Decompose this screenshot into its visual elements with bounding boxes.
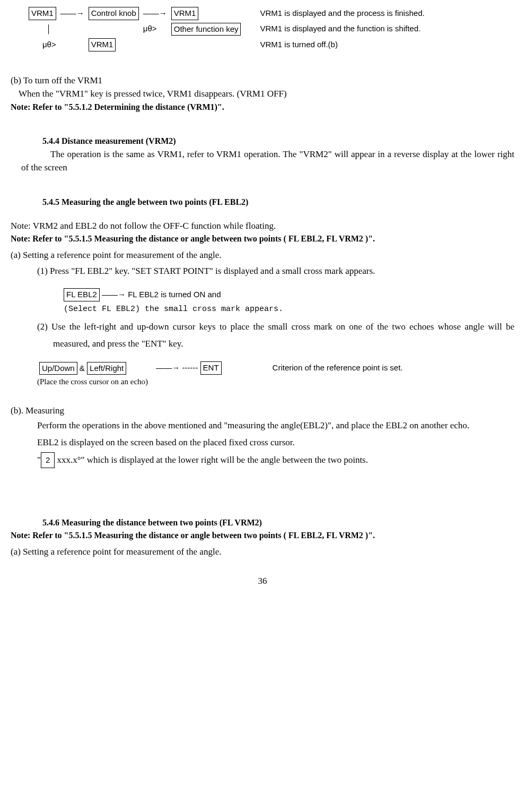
- flow-a1-sub: (Select FL EBL2) the small cross mark ap…: [64, 304, 514, 316]
- control-knob-key: Control knob: [89, 7, 139, 20]
- step-546-a: (a) Setting a reference point for measur…: [11, 545, 514, 559]
- b-line-3: "2 xxx.x°" which is displayed at the low…: [37, 452, 514, 469]
- flow-desc-3: VRM1 is turned off.(b): [258, 37, 426, 53]
- flow-desc-1: VRM1 is displayed and the process is fin…: [258, 5, 426, 21]
- b-line-2: EBL2 is displayed on the screen based on…: [37, 434, 514, 451]
- flow-a1: FL EBL2 ——→ FL EBL2 is turned ON and (Se…: [64, 288, 514, 315]
- amp: &: [77, 364, 87, 373]
- vrm1-key-3: VRM1: [89, 38, 116, 51]
- pipe: │: [47, 24, 51, 33]
- vrm1-key: VRM1: [29, 7, 56, 20]
- section-b-title: (b) To turn off the VRM1: [11, 74, 514, 88]
- heading-546: 5.4.6 Measuring the distance between two…: [42, 516, 514, 529]
- heading-544: 5.4.4 Distance measurement (VRM2): [42, 135, 514, 148]
- updown-key: Up/Down: [39, 362, 77, 375]
- flow-a1-text: ——→ FL EBL2 is turned ON and: [100, 290, 221, 299]
- mu-theta: μθ>: [141, 21, 169, 37]
- step-a: (a) Setting a reference point for measur…: [11, 248, 514, 262]
- flow-a2: Up/Down & Left/Right ——→ ------ ENT Crit…: [37, 360, 514, 388]
- heading-545: 5.4.5 Measuring the angle between two po…: [42, 196, 514, 209]
- arrow: ——→: [58, 5, 86, 21]
- mu-theta-2: μθ>: [27, 37, 58, 53]
- b-line-1: Perform the operations in the above ment…: [37, 417, 514, 434]
- note-1: Note: Refer to "5.5.1.2 Determining the …: [11, 101, 514, 114]
- fl-ebl2-key: FL EBL2: [64, 288, 100, 301]
- arrow: ——→: [141, 5, 169, 21]
- note-3: Note: Refer to "5.5.1.5 Measuring the di…: [41, 529, 514, 542]
- boxed-2: 2: [41, 452, 55, 469]
- vrm1-key-2: VRM1: [171, 7, 199, 20]
- flow-desc-2: VRM1 is displayed and the function is sh…: [258, 21, 426, 37]
- body-544: The operation is the same as VRM1, refer…: [21, 148, 514, 175]
- note-2: Note: Refer to "5.5.1.5 Measuring the di…: [41, 232, 514, 245]
- flow-a2-desc: Criterion of the reference point is set.: [270, 360, 405, 376]
- step-a2: (2) Use the left-right and up-down curso…: [53, 318, 514, 353]
- section-b-line: When the "VRM1" key is pressed twice, VR…: [19, 87, 514, 101]
- note-545: Note: VRM2 and EBL2 do not follow the OF…: [11, 219, 514, 233]
- arrow-dashes: ——→ ------: [156, 363, 200, 372]
- leftright-key: Left/Right: [87, 362, 126, 375]
- other-function-key: Other function key: [171, 23, 241, 36]
- section-b-measuring: (b). Measuring: [11, 404, 514, 418]
- flow-a2-caption: (Place the cross cursor on an echo): [37, 376, 514, 388]
- step-a1: (1) Press "FL EBL2" key. "SET START POIN…: [37, 264, 514, 278]
- page-number: 36: [11, 574, 514, 588]
- flow-diagram: VRM1 ——→ Control knob ——→ VRM1 VRM1 is d…: [27, 5, 514, 53]
- ent-key: ENT: [200, 361, 222, 375]
